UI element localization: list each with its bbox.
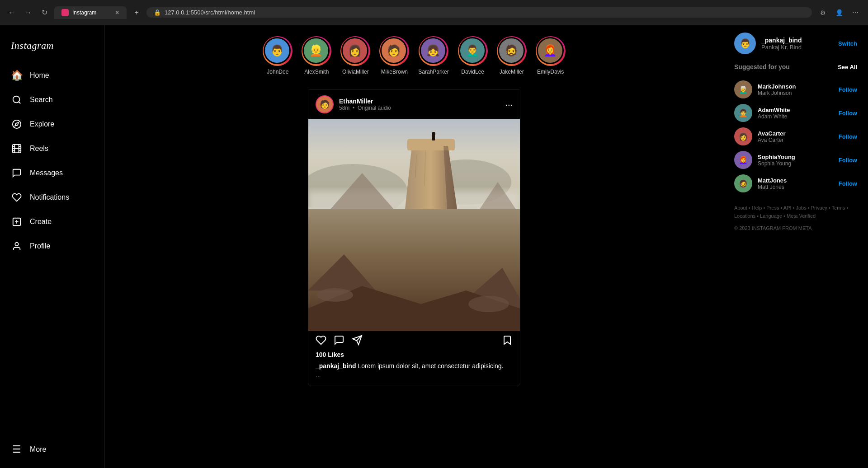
switch-account-button[interactable]: Switch xyxy=(838,40,857,47)
post-avatar[interactable]: 🧑 xyxy=(316,95,334,113)
sidebar-item-create[interactable]: Create xyxy=(5,211,99,233)
post-caption: _pankaj_bind Lorem ipsum dolor sit, amet… xyxy=(308,360,520,385)
story-item[interactable]: 👨 JohnDoe xyxy=(263,36,292,75)
post-card: 🧑 EthanMiller 58m • Original audio ··· xyxy=(308,89,520,385)
footer-terms[interactable]: Terms xyxy=(832,205,845,211)
refresh-button[interactable]: ↻ xyxy=(38,6,51,19)
svg-point-0 xyxy=(13,96,20,103)
url-text: 127.0.0.1:5500/src/html/home.html xyxy=(165,9,255,16)
suggested-avatar[interactable]: 🧔 xyxy=(734,174,752,192)
follow-button[interactable]: Follow xyxy=(839,180,857,187)
current-user-avatar[interactable]: 👨 xyxy=(734,33,756,54)
sidebar-home-label: Home xyxy=(30,71,49,80)
sidebar: Instagram 🏠 Home Search Explore xyxy=(0,25,105,468)
story-item[interactable]: 👧 SarahParker xyxy=(418,36,448,75)
suggested-name: Adam White xyxy=(758,113,833,120)
search-icon xyxy=(11,94,23,106)
create-icon xyxy=(11,216,23,228)
like-button[interactable] xyxy=(316,335,326,346)
story-avatar: 🧑 xyxy=(380,37,407,64)
post-user-info: EthanMiller 58m • Original audio xyxy=(339,98,500,111)
footer-press[interactable]: Press xyxy=(766,205,779,211)
story-name: MikeBrown xyxy=(381,69,408,75)
suggested-user-row: 👨‍🦳 MarkJohnson Mark Johnson Follow xyxy=(734,78,857,101)
suggested-name: Sophia Young xyxy=(758,160,833,167)
post-audio: Original audio xyxy=(358,105,391,111)
sidebar-item-reels[interactable]: Reels xyxy=(5,137,99,160)
back-button[interactable]: ← xyxy=(5,6,18,19)
post-more-button[interactable]: ··· xyxy=(505,99,513,110)
story-item[interactable]: 🧑 MikeBrown xyxy=(379,36,409,75)
suggested-handle[interactable]: AvaCarter xyxy=(758,130,833,137)
story-name: DavidLee xyxy=(461,69,484,75)
suggested-avatar[interactable]: 👩 xyxy=(734,127,752,145)
sidebar-create-label: Create xyxy=(30,218,52,226)
sidebar-item-more[interactable]: ☰ More xyxy=(5,438,99,461)
story-avatar: 👧 xyxy=(420,37,447,64)
sidebar-item-search[interactable]: Search xyxy=(5,89,99,111)
current-user-row: 👨 _pankaj_bind Pankaj Kr. Bind Switch xyxy=(734,33,857,54)
tab-close-button[interactable]: ✕ xyxy=(115,9,119,16)
suggested-avatar[interactable]: 👩‍🦰 xyxy=(734,151,752,169)
suggested-user-row: 👩‍🦰 SophiaYoung Sophia Young Follow xyxy=(734,148,857,172)
story-name: OliviaMiller xyxy=(342,69,369,75)
see-all-button[interactable]: See All xyxy=(838,64,857,70)
bookmark-button[interactable] xyxy=(502,335,513,346)
story-item[interactable]: 👩‍🦰 EmilyDavis xyxy=(536,36,566,75)
follow-button[interactable]: Follow xyxy=(839,133,857,140)
sidebar-item-explore[interactable]: Explore xyxy=(5,113,99,136)
story-item[interactable]: 👩 OliviaMiller xyxy=(340,36,370,75)
suggested-avatar[interactable]: 🧑‍🦱 xyxy=(734,104,752,122)
sidebar-item-notifications[interactable]: Notifications xyxy=(5,186,99,209)
post-username[interactable]: EthanMiller xyxy=(339,98,500,105)
current-user-handle[interactable]: _pankaj_bind xyxy=(761,37,833,44)
footer-locations[interactable]: Locations xyxy=(734,213,755,219)
follow-button[interactable]: Follow xyxy=(839,157,857,164)
sidebar-profile-label: Profile xyxy=(30,242,50,250)
suggested-handle[interactable]: MattJones xyxy=(758,177,833,184)
suggested-handle[interactable]: AdamWhite xyxy=(758,107,833,113)
more-button[interactable]: ⋯ xyxy=(848,5,863,20)
caption-username[interactable]: _pankaj_bind xyxy=(316,362,356,370)
story-avatar: 👩 xyxy=(341,37,368,64)
profile-nav-icon xyxy=(11,240,23,252)
post-likes-count: 100 Likes xyxy=(308,349,520,360)
address-bar[interactable]: 🔒 127.0.0.1:5500/src/html/home.html xyxy=(146,7,812,18)
notifications-icon xyxy=(11,192,23,203)
footer-api[interactable]: API xyxy=(783,205,792,211)
share-button[interactable] xyxy=(352,335,363,346)
forward-button[interactable]: → xyxy=(22,6,34,19)
follow-button[interactable]: Follow xyxy=(839,86,857,93)
footer-help[interactable]: Help xyxy=(752,205,762,211)
extensions-button[interactable]: ⚙ xyxy=(816,5,830,20)
profile-button[interactable]: 👤 xyxy=(832,5,846,20)
new-tab-button[interactable]: + xyxy=(130,6,143,19)
story-item[interactable]: 👨‍🦱 DavidLee xyxy=(458,36,488,75)
suggested-user-row: 👩 AvaCarter Ava Carter Follow xyxy=(734,125,857,148)
sidebar-item-home[interactable]: 🏠 Home xyxy=(5,64,99,87)
current-user-name: Pankaj Kr. Bind xyxy=(761,44,833,51)
browser-chrome: ← → ↻ Instagram ✕ + 🔒 127.0.0.1:5500/src… xyxy=(0,0,868,25)
post-actions xyxy=(308,331,520,349)
suggested-avatar[interactable]: 👨‍🦳 xyxy=(734,80,752,98)
story-avatar: 👨‍🦱 xyxy=(459,37,486,64)
story-item[interactable]: 👱 AlexSmith xyxy=(302,36,331,75)
post-subtitle: 58m • Original audio xyxy=(339,105,500,111)
suggested-handle[interactable]: MarkJohnson xyxy=(758,83,833,90)
footer-meta-verified[interactable]: Meta Verified xyxy=(787,213,816,219)
footer-about[interactable]: About xyxy=(734,205,747,211)
footer-jobs[interactable]: Jobs xyxy=(796,205,807,211)
follow-button[interactable]: Follow xyxy=(839,110,857,117)
comment-button[interactable] xyxy=(334,335,344,346)
browser-tab[interactable]: Instagram ✕ xyxy=(54,6,127,19)
sidebar-item-messages[interactable]: Messages xyxy=(5,162,99,184)
sidebar-item-profile[interactable]: Profile xyxy=(5,235,99,257)
app-layout: Instagram 🏠 Home Search Explore xyxy=(0,25,868,468)
story-item[interactable]: 🧔 JakeMiller xyxy=(497,36,527,75)
footer-privacy[interactable]: Privacy xyxy=(811,205,827,211)
story-name: SarahParker xyxy=(418,69,448,75)
suggested-handle[interactable]: SophiaYoung xyxy=(758,154,833,160)
more-nav-icon: ☰ xyxy=(11,444,23,455)
footer-language[interactable]: Language xyxy=(760,213,782,219)
story-avatar: 👨 xyxy=(264,37,291,64)
